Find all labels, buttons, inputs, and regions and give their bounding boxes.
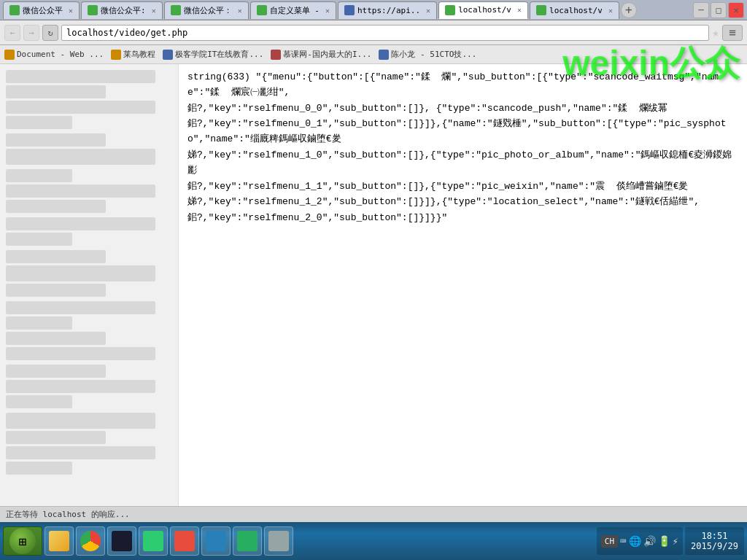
tab-5-close[interactable]: ✕ bbox=[426, 7, 430, 15]
code-line-2: 鈻?,"key":"rselfmenu_0_0","sub_button":[]… bbox=[187, 101, 738, 117]
sidebar-row-7 bbox=[6, 169, 72, 182]
bookmark-1-label: Document - Web ... bbox=[17, 50, 104, 59]
sidebar-block-8 bbox=[6, 413, 172, 475]
tab-6-icon bbox=[445, 5, 455, 15]
sidebar-row-22 bbox=[6, 413, 155, 429]
tab-7-close[interactable]: ✕ bbox=[608, 7, 613, 15]
content-area: string(633) "{"menu":{"button":[{"name":… bbox=[0, 64, 747, 524]
tab-6-close[interactable]: ✕ bbox=[517, 6, 522, 14]
close-button[interactable]: ✕ bbox=[728, 2, 744, 18]
taskbar-app-explorer[interactable] bbox=[44, 526, 74, 556]
bookmark-1-icon bbox=[4, 50, 15, 60]
sidebar-row-21 bbox=[6, 395, 72, 408]
sidebar-row-25 bbox=[6, 462, 72, 475]
sidebar-row-19 bbox=[6, 365, 106, 378]
tab-4[interactable]: 自定义菜单 - ✕ bbox=[250, 1, 336, 19]
volume-icon: 🔊 bbox=[643, 535, 656, 547]
sidebar-row-23 bbox=[6, 431, 106, 444]
clock[interactable]: 18:51 2015/9/29 bbox=[685, 527, 744, 555]
minimize-button[interactable]: ─ bbox=[693, 2, 709, 18]
tab-3[interactable]: 微信公众平： ✕ bbox=[164, 1, 249, 19]
taskbar-app-remote[interactable] bbox=[264, 526, 293, 556]
tab-2-icon bbox=[88, 5, 98, 15]
sidebar-block-1 bbox=[6, 70, 172, 129]
sidebar-row-20 bbox=[6, 380, 155, 393]
sidebar-row-5 bbox=[6, 133, 106, 147]
forward-button[interactable]: → bbox=[23, 25, 39, 41]
tab-4-close[interactable]: ✕ bbox=[325, 7, 330, 15]
tab-4-label: 自定义菜单 - bbox=[270, 5, 320, 16]
tab-3-label: 微信公众平： bbox=[184, 5, 232, 16]
git2-icon bbox=[174, 531, 195, 551]
git1-icon bbox=[143, 531, 163, 551]
sidebar-row-6 bbox=[6, 149, 155, 165]
language-indicator[interactable]: CH bbox=[601, 535, 618, 548]
sublime-icon bbox=[112, 531, 132, 551]
bookmark-3-icon bbox=[163, 50, 173, 60]
reload-button[interactable]: ↻ bbox=[42, 25, 58, 41]
tab-7-icon bbox=[536, 5, 546, 15]
tab-1-close[interactable]: ✕ bbox=[69, 7, 73, 15]
tab-4-icon bbox=[257, 5, 267, 15]
tab-3-icon bbox=[171, 5, 181, 15]
keyboard-icon: ⌨ bbox=[620, 535, 626, 547]
taskbar-app-sublime[interactable] bbox=[107, 526, 136, 556]
bookmark-5-icon bbox=[379, 50, 389, 60]
sidebar bbox=[0, 64, 179, 524]
tab-1-icon bbox=[9, 5, 20, 15]
sidebar-row-11 bbox=[6, 233, 72, 246]
bookmark-1[interactable]: Document - Web ... bbox=[4, 50, 104, 60]
sidebar-block-6 bbox=[6, 301, 172, 360]
clock-date: 2015/9/29 bbox=[691, 541, 738, 551]
tab-1[interactable]: 微信公众平 ✕ bbox=[3, 1, 80, 19]
tab-2-close[interactable]: ✕ bbox=[152, 7, 156, 15]
code-line-3: 鈻?,"key":"rselfmenu_0_1","sub_button":[]… bbox=[187, 117, 738, 147]
sidebar-row-17 bbox=[6, 332, 106, 345]
battery-icon: 🔋 bbox=[658, 535, 670, 547]
sidebar-row-9 bbox=[6, 200, 106, 213]
sidebar-row-13 bbox=[6, 265, 155, 281]
bookmark-3-label: 极客学院IT在线教育... bbox=[175, 49, 263, 60]
code-line-7: 鈻?,"key":"rselfmenu_2_0","sub_button":[]… bbox=[187, 211, 738, 226]
taskbar-app-git2[interactable] bbox=[170, 526, 199, 556]
bookmark-5[interactable]: 陈小龙 - 51CTO技... bbox=[379, 49, 476, 60]
taskbar-app-chrome[interactable] bbox=[76, 526, 105, 556]
sidebar-row-10 bbox=[6, 217, 155, 230]
taskbar-app-git1[interactable] bbox=[139, 526, 168, 556]
taskbar: ⊞ CH ⌨ 🌐 🔊 🔋 ⚡ 18:51 2015/9/29 bbox=[0, 522, 747, 560]
bookmarks-bar: Document - Web ... 莱鸟教程 极客学院IT在线教育... 慕课… bbox=[0, 45, 747, 64]
system-tray: CH ⌨ 🌐 🔊 🔋 ⚡ bbox=[597, 527, 683, 555]
tab-5-label: https://api.. bbox=[357, 6, 420, 15]
bookmark-4[interactable]: 慕课网-国内最大的I... bbox=[271, 49, 371, 60]
power-icon: ⚡ bbox=[673, 535, 678, 547]
bookmark-2[interactable]: 莱鸟教程 bbox=[111, 49, 155, 60]
browser-chrome: 微信公众平 ✕ 微信公众平: ✕ 微信公众平： ✕ 自定义菜单 - ✕ http… bbox=[0, 0, 747, 64]
bookmark-3[interactable]: 极客学院IT在线教育... bbox=[163, 49, 263, 60]
sidebar-row-3 bbox=[6, 101, 155, 114]
url-bar[interactable]: localhost/video/get.php bbox=[61, 25, 709, 41]
sidebar-block-5 bbox=[6, 250, 172, 297]
taskbar-app-excel[interactable] bbox=[233, 526, 262, 556]
bookmark-2-label: 莱鸟教程 bbox=[123, 49, 155, 60]
new-tab-button[interactable]: + bbox=[621, 2, 637, 18]
tab-2[interactable]: 微信公众平: ✕ bbox=[81, 1, 163, 19]
taskbar-app-word[interactable] bbox=[201, 526, 231, 556]
start-button[interactable]: ⊞ bbox=[3, 526, 42, 556]
code-line-4: 娣?,"key":"rselfmenu_1_0","sub_button":[]… bbox=[187, 148, 738, 179]
menu-button[interactable]: ≡ bbox=[722, 25, 743, 41]
tab-3-close[interactable]: ✕ bbox=[238, 7, 242, 15]
tab-2-label: 微信公众平: bbox=[101, 5, 146, 16]
remote-icon bbox=[268, 531, 289, 551]
sidebar-block-2 bbox=[6, 133, 172, 165]
network-icon: 🌐 bbox=[629, 535, 641, 547]
maximize-button[interactable]: □ bbox=[711, 2, 727, 18]
tab-6-label: localhost/v bbox=[458, 5, 511, 15]
sidebar-row-15 bbox=[6, 301, 155, 314]
sidebar-row-4 bbox=[6, 116, 72, 129]
tab-7-label: localhost/v bbox=[549, 6, 603, 15]
tab-6[interactable]: localhost/v ✕ bbox=[438, 1, 528, 19]
back-button[interactable]: ← bbox=[4, 25, 20, 41]
tab-7[interactable]: localhost/v ✕ bbox=[530, 1, 619, 19]
tab-5[interactable]: https://api.. ✕ bbox=[338, 1, 437, 19]
bookmark-star[interactable]: ★ bbox=[712, 26, 719, 39]
